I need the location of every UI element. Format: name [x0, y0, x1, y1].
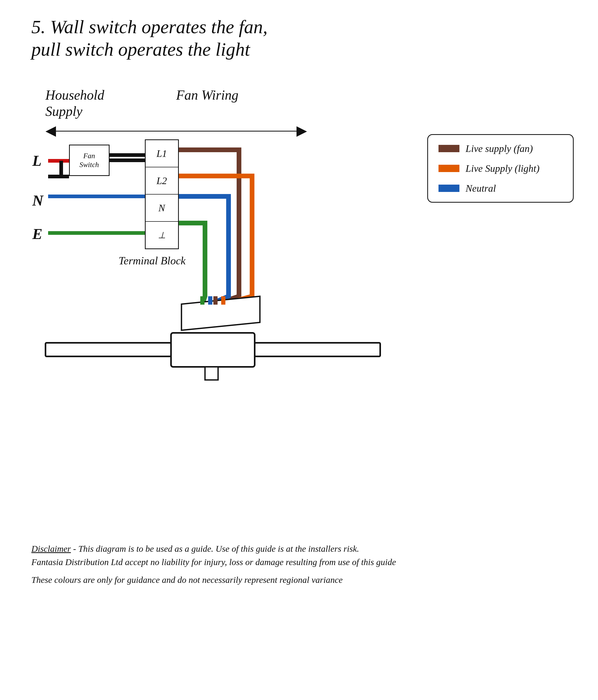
svg-rect-8: [171, 333, 255, 367]
disclaimer-section: Disclaimer - This diagram is to be used …: [31, 542, 577, 585]
svg-rect-11: [205, 367, 218, 380]
svg-rect-10: [255, 343, 380, 356]
svg-marker-7: [181, 296, 260, 330]
disclaimer-line3: These colours are only for guidance and …: [31, 575, 577, 585]
wiring-diagram-svg: [25, 82, 574, 526]
page-title: 5. Wall switch operates the fan,pull swi…: [31, 16, 577, 61]
disclaimer-word: Disclaimer: [31, 544, 71, 554]
svg-rect-9: [46, 343, 171, 356]
disclaimer-line1: Disclaimer - This diagram is to be used …: [31, 542, 577, 555]
diagram-area: HouseholdSupply Fan Wiring L N E FanSwit…: [25, 82, 574, 526]
disclaimer-line2: Fantasia Distribution Ltd accept no liab…: [31, 555, 577, 569]
